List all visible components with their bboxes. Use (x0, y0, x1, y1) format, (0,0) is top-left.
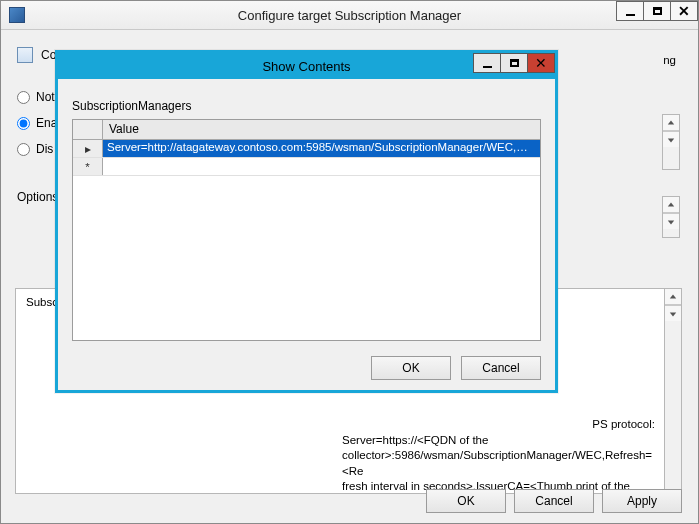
row-selector-new-icon: * (73, 158, 103, 175)
modal-close-button[interactable]: ✕ (527, 53, 555, 73)
grid-row-new[interactable]: * (73, 158, 540, 176)
maximize-button[interactable] (643, 1, 671, 21)
scroll-up-icon[interactable] (665, 289, 681, 305)
modal-minimize-button[interactable] (473, 53, 501, 73)
description-scrollbar[interactable] (664, 288, 682, 494)
comment-scrollbar[interactable] (662, 114, 680, 170)
radio-disabled-input[interactable] (17, 143, 30, 156)
show-contents-dialog: Show Contents ✕ SubscriptionManagers Val… (55, 50, 558, 393)
radio-not-configured-label: Not (36, 90, 55, 104)
radio-not-configured-input[interactable] (17, 91, 30, 104)
radio-disabled-label: Dis (36, 142, 53, 156)
cancel-button[interactable]: Cancel (514, 489, 594, 513)
row-selector-current-icon: ▸ (73, 140, 103, 157)
grid: Value ▸ Server=http://atagateway.contoso… (72, 119, 541, 341)
grid-value-header[interactable]: Value (103, 120, 540, 139)
footer-buttons: OK Cancel Apply (426, 489, 682, 513)
radio-enabled-input[interactable] (17, 117, 30, 130)
grid-row-new-value[interactable] (103, 158, 540, 175)
apply-button[interactable]: Apply (602, 489, 682, 513)
grid-label: SubscriptionManagers (72, 99, 541, 113)
ok-button[interactable]: OK (426, 489, 506, 513)
truncated-button-label: ng (663, 53, 676, 69)
grid-rowselect-header (73, 120, 103, 139)
policy-icon (17, 47, 33, 63)
scroll-down-icon[interactable] (663, 213, 679, 229)
modal-maximize-button[interactable] (500, 53, 528, 73)
supported-scrollbar[interactable] (662, 196, 680, 238)
modal-buttons: OK Cancel (371, 356, 541, 380)
outer-titlebar: Configure target Subscription Manager ✕ (1, 1, 698, 30)
grid-row-1-value[interactable]: Server=http://atagateway.contoso.com:598… (103, 140, 540, 157)
close-button[interactable]: ✕ (670, 1, 698, 21)
window-controls: ✕ (616, 1, 698, 21)
desc-p3: collector>:5986/wsman/SubscriptionManage… (342, 448, 655, 479)
grid-row-1[interactable]: ▸ Server=http://atagateway.contoso.com:5… (73, 140, 540, 158)
modal-body: SubscriptionManagers Value ▸ Server=http… (58, 79, 555, 390)
outer-window: Configure target Subscription Manager ✕ … (0, 0, 699, 524)
window-title: Configure target Subscription Manager (1, 8, 698, 23)
scroll-down-icon[interactable] (665, 305, 681, 321)
modal-cancel-button[interactable]: Cancel (461, 356, 541, 380)
modal-ok-button[interactable]: OK (371, 356, 451, 380)
desc-p1: PS protocol: (342, 417, 655, 433)
scroll-up-icon[interactable] (663, 115, 679, 131)
modal-window-controls: ✕ (474, 53, 555, 73)
minimize-button[interactable] (616, 1, 644, 21)
app-icon (9, 7, 25, 23)
scroll-up-icon[interactable] (663, 197, 679, 213)
desc-p2: Server=https://<FQDN of the (342, 433, 655, 449)
grid-header: Value (73, 120, 540, 140)
scroll-down-icon[interactable] (663, 131, 679, 147)
modal-titlebar: Show Contents ✕ (58, 53, 555, 79)
